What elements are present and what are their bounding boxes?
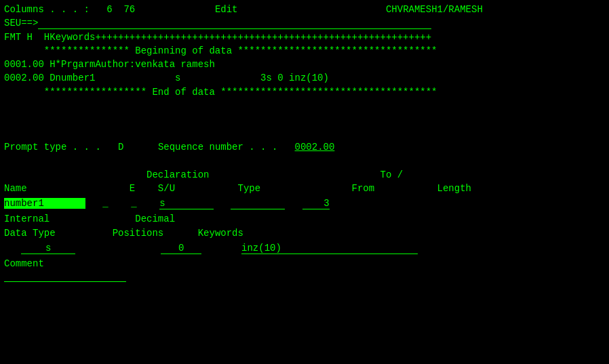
- data-row: _ _: [4, 195, 605, 212]
- fmt-label: FMT H: [4, 32, 33, 43]
- edit-mode: Edit: [215, 4, 238, 15]
- seq-number-label: Sequence number . . .: [158, 142, 277, 153]
- prompt-type-label: Prompt type . . .: [4, 142, 101, 153]
- seu-line: SEU==> RPGLE001: [4, 16, 605, 30]
- comment-input-row: [4, 270, 605, 282]
- declaration-title: Declaration: [146, 169, 209, 180]
- seq-0002: 0002.00: [4, 73, 44, 83]
- comment-line: Comment: [4, 257, 605, 270]
- type-input[interactable]: [159, 198, 214, 209]
- begin-data-content: *************** Beginning of data ******…: [44, 45, 437, 56]
- col-from-header: From: [352, 183, 375, 194]
- content-0002: Dnumber1 s 3s 0 inz(10): [50, 73, 329, 83]
- decimal-positions-input[interactable]: [161, 243, 201, 254]
- col-type-header: Type: [238, 183, 261, 194]
- fmt-h-line: FMT H HKeywords+++++++++++++++++++++++++…: [4, 31, 605, 44]
- name-input-wrapper: [4, 198, 85, 209]
- positions-label: Positions: [113, 228, 164, 239]
- keywords-input[interactable]: [241, 243, 418, 254]
- declaration-header: Declaration To /: [4, 168, 605, 182]
- header-line: Columns . . . : 6 76 Edit CHVRAMESH1/RAM…: [4, 3, 605, 16]
- content-0001: H*PrgarmAuthor:venkata ramesh: [50, 59, 215, 70]
- col-e-header: E: [130, 183, 135, 194]
- user-info: CHVRAMESH1/RAMESH: [386, 4, 483, 15]
- keywords-label: Keywords: [198, 228, 243, 239]
- to-label: To /: [380, 169, 404, 180]
- values-row: [4, 240, 605, 257]
- columns-label: Columns . . . :: [4, 4, 90, 15]
- length-input[interactable]: [302, 198, 330, 209]
- data-type-input[interactable]: [21, 243, 75, 254]
- data-type-label: Data Type: [4, 228, 56, 239]
- su-value: _: [131, 198, 136, 209]
- prompt-type-value: D: [118, 142, 123, 153]
- col-su-header: S/U: [158, 183, 175, 194]
- internal-line: Internal Decimal: [4, 212, 605, 226]
- fmt-content: HKeywords+++++++++++++++++++++++++++++++…: [44, 32, 431, 43]
- col-length-header: Length: [437, 183, 471, 194]
- end-data-line: ****************** End of data *********…: [4, 85, 605, 99]
- seq-number-value: 0002.00: [295, 142, 335, 153]
- line-0002: 0002.00 Dnumber1 s 3s 0 inz(10): [4, 71, 605, 85]
- name-input[interactable]: [4, 198, 85, 209]
- line-0001: 0001.00 H*PrgarmAuthor:venkata ramesh: [4, 58, 605, 71]
- prompt-line: Prompt type . . . D Sequence number . . …: [4, 140, 605, 154]
- col-from: 6: [106, 4, 112, 15]
- decimal-label: Decimal: [135, 214, 175, 224]
- comment-input[interactable]: [4, 270, 126, 282]
- seu-label: SEU==>: [4, 18, 38, 28]
- end-data-content: ****************** End of data *********…: [44, 87, 437, 98]
- e-value: _: [102, 198, 108, 209]
- col-name-header: Name: [4, 183, 27, 194]
- seq-0001: 0001.00: [4, 59, 44, 70]
- main-screen: Columns . . . : 6 76 Edit CHVRAMESH1/RAM…: [0, 0, 609, 364]
- comment-label: Comment: [4, 258, 44, 269]
- internal-label: Internal: [4, 214, 50, 224]
- data-type-line: Data Type Positions Keywords: [4, 226, 605, 240]
- seu-input[interactable]: [38, 18, 431, 29]
- column-headers: Name E S/U Type From Length: [4, 182, 605, 195]
- col-to: 76: [123, 4, 135, 15]
- from-input[interactable]: [231, 198, 285, 209]
- begin-data-line: *************** Beginning of data ******…: [4, 44, 605, 58]
